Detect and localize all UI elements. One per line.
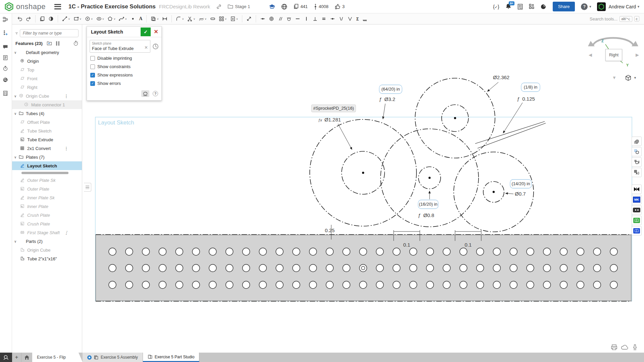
tool-spline[interactable]: ∨	[117, 15, 128, 22]
mate-connector-icon[interactable]	[152, 43, 159, 50]
tool-concentric[interactable]	[267, 15, 276, 22]
feature-item[interactable]: ∨Default geometry	[12, 48, 82, 57]
feature-item[interactable]: Outer Plate Sk	[12, 176, 82, 185]
tool-horizontal[interactable]	[294, 15, 302, 22]
checkbox[interactable]: ✓	[90, 81, 95, 86]
ai-assistant-icon[interactable]	[541, 4, 547, 10]
tool-line[interactable]: ∨	[61, 15, 71, 22]
chevron-down-icon[interactable]: ∨	[14, 155, 19, 159]
chevron-down-icon[interactable]: ∨	[236, 17, 238, 20]
tool-transform[interactable]	[245, 15, 253, 22]
grid-x-icon[interactable]	[632, 168, 642, 177]
feature-item[interactable]: Crush Plate	[12, 211, 82, 219]
performance-icon[interactable]	[3, 66, 9, 72]
feature-item[interactable]: ∨Tubes (4)	[12, 109, 82, 118]
feature-item[interactable]: Tube Extrude	[12, 135, 82, 144]
chevron-down-icon[interactable]: ∨	[68, 17, 70, 20]
apps-grid-icon[interactable]	[529, 4, 535, 9]
learning-center-icon[interactable]	[269, 4, 275, 9]
feature-item[interactable]: Layout Sketch	[12, 161, 82, 170]
tool-copy-sketch[interactable]	[38, 15, 46, 22]
view-options-caret-icon[interactable]: ▼	[634, 76, 637, 80]
print-icon[interactable]	[611, 344, 617, 350]
tool-normal[interactable]	[346, 15, 354, 22]
grid-cube-braces-icon[interactable]	[632, 157, 642, 167]
tab-partstudio[interactable]: Exercise 5 Part Studio	[143, 353, 200, 362]
sketch-dialog-options-icon[interactable]	[141, 90, 149, 97]
dimension-label[interactable]: Ø0.7	[515, 191, 526, 197]
tool-pattern-constraint[interactable]: Σ	[355, 15, 360, 22]
tool-use-convert[interactable]: ∨	[149, 15, 160, 22]
tool-midpoint[interactable]	[329, 15, 337, 22]
hamburger-menu-icon[interactable]	[54, 4, 61, 9]
explore-icon[interactable]	[3, 77, 9, 84]
chevron-down-icon[interactable]: ∨	[205, 17, 207, 20]
suppress-icon[interactable]	[56, 41, 59, 46]
dimension-label[interactable]: ƒØ3.2	[379, 96, 395, 102]
tool-equal[interactable]	[320, 15, 328, 22]
feature-item[interactable]: First Stage Shaft⋮	[12, 228, 82, 237]
chevron-down-icon[interactable]: ∨	[14, 94, 19, 98]
chevron-down-icon[interactable]: ∨	[91, 17, 93, 20]
chevron-down-icon[interactable]: ∨	[113, 17, 115, 20]
variable-badge-label[interactable]: #SprocketPD_25(16)	[313, 106, 354, 111]
robot-head-icon[interactable]	[632, 205, 642, 215]
notes-icon[interactable]	[3, 55, 9, 62]
tool-perpendicular[interactable]	[311, 15, 319, 22]
rotate-down-arrow-icon[interactable]: ▼	[612, 75, 616, 80]
chevron-down-icon[interactable]: ∨	[193, 17, 195, 20]
tool-circle[interactable]: ∨	[84, 15, 94, 22]
user-caret-icon[interactable]: ▼	[637, 5, 640, 8]
dimension-label[interactable]: 0.25	[325, 227, 335, 233]
view-cube-face[interactable]: Right	[605, 49, 622, 61]
feature-item[interactable]: Inner Plate	[12, 202, 82, 211]
tool-point[interactable]	[129, 15, 137, 22]
sketch-plane-field[interactable]: Sketch plane Face of Tube Extrude ✕	[90, 40, 150, 53]
avatar[interactable]	[597, 2, 606, 11]
tool-dimension[interactable]	[161, 15, 169, 22]
chevron-down-icon[interactable]: ∨	[14, 51, 19, 54]
search-tools[interactable]: Search tools... alt/⌥ c	[590, 16, 639, 22]
tool-offset[interactable]: ∨	[197, 15, 208, 22]
tool-tangent[interactable]	[285, 15, 293, 22]
tool-fix[interactable]	[361, 15, 369, 22]
checkbox[interactable]	[90, 64, 95, 69]
rotate-right-arrow-icon[interactable]: ▶	[636, 52, 639, 57]
cancel-button[interactable]: ✕	[152, 28, 160, 36]
expression-badge-label[interactable]: (64/20) in	[382, 87, 400, 92]
tool-sketch-appearance[interactable]	[47, 15, 55, 22]
tool-fillet[interactable]: ∨	[175, 15, 185, 22]
overflow-menu-icon[interactable]: ⋮	[64, 230, 68, 235]
feature-item[interactable]: Right	[12, 83, 82, 92]
notifications-bell[interactable]: 9+	[505, 3, 511, 10]
tool-undo[interactable]	[16, 15, 24, 22]
clear-selection-icon[interactable]: ✕	[144, 45, 148, 50]
find-tab-icon[interactable]	[0, 353, 12, 362]
tool-symmetric[interactable]	[337, 15, 345, 22]
overflow-menu-icon[interactable]: ⋮	[64, 146, 68, 151]
share-button[interactable]: Share	[553, 2, 575, 11]
checkbox[interactable]	[90, 56, 95, 61]
featurescript-icon[interactable]: {✓}	[493, 4, 499, 9]
tool-slot[interactable]	[209, 15, 217, 22]
help-caret-icon[interactable]: ▼	[589, 5, 592, 8]
feature-item[interactable]: Front	[12, 74, 82, 83]
machining-icon[interactable]	[632, 344, 638, 350]
likes-stat[interactable]: 3	[335, 4, 345, 9]
comments-icon[interactable]	[3, 44, 9, 51]
dimension-label[interactable]: Ø2.362	[493, 74, 509, 80]
expression-badge-label[interactable]: (14/20) in	[512, 181, 530, 186]
chevron-down-icon[interactable]: ∨	[182, 17, 184, 20]
insert-version-icon[interactable]	[3, 30, 9, 37]
versions-graph-icon[interactable]	[3, 17, 9, 23]
copies-stat[interactable]: 441	[293, 4, 308, 9]
folder-location[interactable]: Stage 1	[228, 4, 250, 9]
dimension-label[interactable]: ƒxØ1.281	[318, 117, 341, 122]
home-tab-button[interactable]	[21, 353, 32, 362]
chevron-down-icon[interactable]: ∨	[102, 17, 104, 20]
cloud-icon[interactable]	[621, 344, 628, 350]
isometric-view-button[interactable]: ▼	[625, 74, 637, 81]
butterfly-icon[interactable]	[632, 185, 642, 194]
custom-tables-icon[interactable]	[3, 91, 9, 97]
tab-assembly[interactable]: Exercise 5 Assembly	[83, 353, 143, 362]
